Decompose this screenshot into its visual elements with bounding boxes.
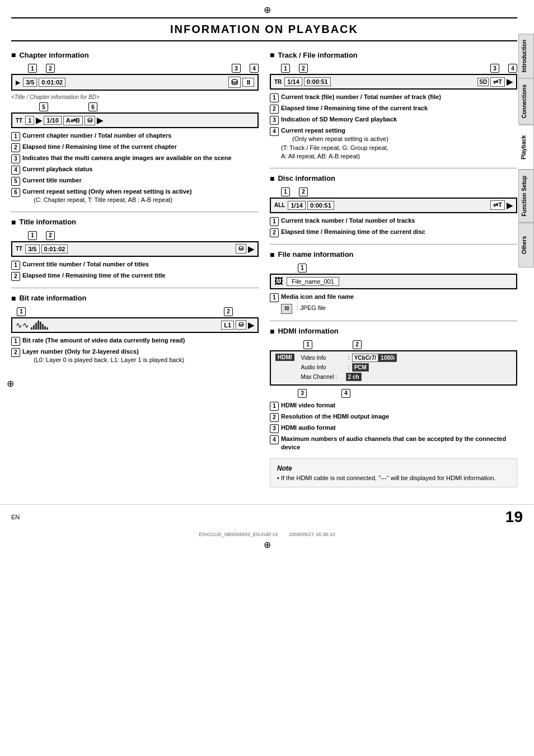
chapter-num-3: 3 [232, 64, 241, 73]
bars-icon [31, 321, 48, 330]
left-column: Chapter information 1 2 3 4 ▶ 3/5 0:01:0… [11, 50, 259, 487]
hdmi-ann-3: 3 HDMI audio format [270, 424, 517, 433]
title-annotation-list: 1 Current title number / Total number of… [11, 260, 259, 281]
divider-2 [11, 288, 259, 288]
chapter-bd-play2: ▶ [97, 116, 103, 125]
disc-display: ALL 1/14 0:00:51 ⇌T ▶ [270, 198, 517, 213]
hdmi-info-heading: HDMI information [270, 327, 517, 336]
hdmi-num-2: 2 [353, 340, 362, 349]
track-num-3: 3 [490, 64, 499, 73]
divider-4 [270, 244, 517, 245]
track-num-row: 1 2 3 4 [270, 64, 517, 73]
hdmi-num-row-34: 3 4 [270, 389, 517, 398]
filename-value: File_name_001 [287, 277, 339, 286]
track-ann-1: 1 Current track (file) number / Total nu… [270, 93, 517, 102]
disc-time: 0:00:51 [307, 201, 334, 210]
track-play: ▶ [507, 77, 513, 86]
right-column: Track / File information 1 2 3 4 TR 1/14… [270, 50, 517, 487]
hdmi-badge: HDMI [275, 354, 294, 361]
disc-num-1: 1 [281, 187, 290, 196]
sidebar-tab-playback[interactable]: Playback [518, 125, 534, 170]
hdmi-channel-val: 2 ch [346, 373, 362, 381]
hdmi-ann-2: 2 Resolution of the HDMI output image [270, 412, 517, 422]
bitrate-num-2: 2 [224, 307, 233, 316]
chapter-ann-4: 4 Current playback status [11, 165, 259, 175]
track-annotation-list: 1 Current track (file) number / Total nu… [270, 93, 517, 161]
chapter-info-heading: Chapter information [11, 50, 259, 59]
file-icon: 🖼 [274, 276, 283, 287]
divider-5 [270, 321, 517, 321]
page-lang: EN [11, 514, 20, 520]
hdmi-video-val2: 1080i [378, 354, 397, 362]
bitrate-play: ▶ [248, 321, 254, 330]
chapter-ann-2: 2 Elapsed time / Remaining time of the c… [11, 143, 259, 152]
chapter-num-6: 6 [88, 102, 97, 111]
sidebar-tab-others[interactable]: Others [518, 223, 534, 267]
bitrate-annotation-list: 1 Bit rate (The amount of video data cur… [11, 336, 259, 365]
disc-ann-1: 1 Current track number / Total number of… [270, 217, 517, 226]
chapter-ann-6: 6 Current repeat setting (Only when repe… [11, 187, 259, 205]
title-time: 0:01:02 [41, 245, 68, 253]
disc-num-2: 2 [299, 187, 308, 196]
note-title: Note [277, 464, 510, 472]
hdmi-annotation-list: 1 HDMI video format 2 Resolution of the … [270, 401, 517, 452]
page-outer: ⊕ Introduction Connections Playback Func… [0, 0, 534, 756]
chapter-ann-1: 1 Current chapter number / Total number … [11, 132, 259, 141]
bottom-info: E5H21UD_NB500MS9_EN.indd 19 2008/05/27 1… [0, 529, 534, 539]
chapter-bd-track: 1/10 [44, 116, 61, 125]
track-num-2: 2 [299, 64, 308, 73]
chapter-num-row-top: 1 2 3 4 [11, 64, 259, 73]
disc-play: ▶ [507, 201, 513, 210]
chapter-bd-icon3: ⛁ [85, 116, 95, 125]
chapter-bd-1: 1 [25, 116, 34, 125]
footer-file: E5H21UD_NB500MS9_EN.indd 19 [199, 532, 278, 537]
filename-num-1: 1 [298, 264, 307, 273]
disc-num-row: 1 2 [270, 187, 517, 196]
chapter-display-1: ▶ 3/5 0:01:02 ⛁ ⏸ [11, 74, 259, 91]
divider-1 [11, 212, 259, 212]
hdmi-ann-4: 4 Maximum numbers of audio channels that… [270, 435, 517, 452]
filename-annotation-list: 1 Media icon and file name 🖼 : JPEG file [270, 293, 517, 314]
track-num-1: 1 [281, 64, 290, 73]
chapter-ann-3: 3 Indicates that the multi camera angle … [11, 154, 259, 163]
page-number: 19 [505, 508, 523, 526]
sidebar-tab-function-setup[interactable]: Function Setup [518, 170, 534, 223]
chapter-num-2: 2 [46, 64, 55, 73]
sidebar-tab-introduction[interactable]: Introduction [518, 34, 534, 78]
hdmi-video-row: Video Info : YCbCr7/ 1080i [301, 354, 397, 362]
two-column-layout: Chapter information 1 2 3 4 ▶ 3/5 0:01:0… [11, 50, 517, 487]
hdmi-display: HDMI Video Info : YCbCr7/ 1080i Audio In… [270, 350, 517, 386]
hdmi-num-1: 1 [303, 340, 312, 349]
hdmi-audio-val: PCM [352, 363, 369, 372]
title-num-1: 1 [28, 231, 37, 240]
title-ann-2: 2 Elapsed time / Remaining time of the c… [11, 271, 259, 281]
footer-date: 2008/05/27 16:38:10 [289, 532, 335, 537]
disc-annotation-list: 1 Current track number / Total number of… [270, 217, 517, 237]
bitrate-ann-1: 1 Bit rate (The amount of video data cur… [11, 336, 259, 346]
chapter-bd-repeat: A⇌B [63, 116, 83, 125]
wave-icon: ∿∿ [16, 321, 29, 330]
hdmi-video-val1: YCbCr7/ [352, 354, 378, 362]
title-info-heading: Title information [11, 218, 259, 227]
track-num: 1/14 [284, 77, 302, 86]
chapter-time: 0:01:02 [39, 78, 65, 87]
note-list: If the HDMI cable is not connected, "---… [277, 475, 510, 481]
chapter-camera-icon: ⛁ [228, 77, 241, 88]
chapter-bd-play: ▶ [36, 116, 42, 125]
chapter-num-4: 4 [250, 64, 259, 73]
left-crosshair: ⊕ [7, 378, 14, 389]
title-num-2: 2 [46, 231, 55, 240]
page-title: INFORMATION ON PLAYBACK [11, 17, 517, 41]
track-ann-2: 2 Elapsed time / Remaining time of the c… [270, 104, 517, 114]
chapter-annotation-list: 1 Current chapter number / Total number … [11, 132, 259, 205]
track-info-heading: Track / File information [270, 50, 517, 59]
bitrate-info-heading: Bit rate information [11, 294, 259, 303]
disc-info-heading: Disc information [270, 174, 517, 183]
filename-info-heading: File name information [270, 250, 517, 259]
bitrate-layer: L1 [221, 321, 234, 330]
main-content: INFORMATION ON PLAYBACK Chapter informat… [11, 17, 517, 504]
sidebar-tab-connections[interactable]: Connections [518, 78, 534, 125]
filename-ann-jpeg: 🖼 : JPEG file [270, 304, 517, 314]
title-num-row: 1 2 [11, 231, 259, 240]
divider-3 [270, 168, 517, 168]
